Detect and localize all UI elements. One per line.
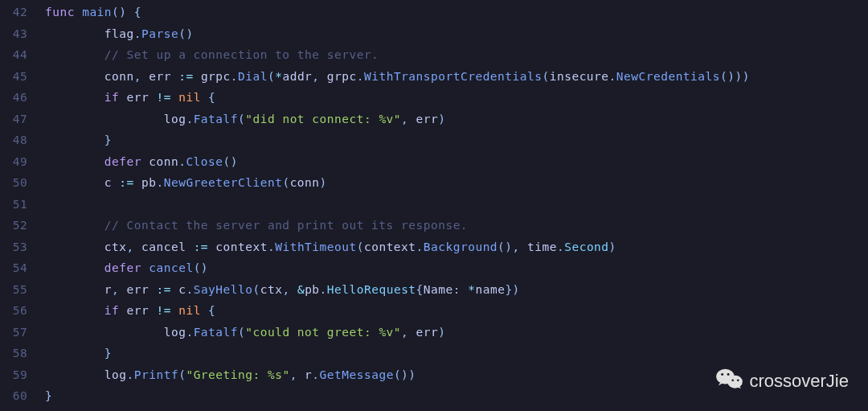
token-kw: defer bbox=[104, 261, 141, 274]
line-number: 55 bbox=[0, 279, 40, 301]
token-pkg: grpc bbox=[327, 70, 357, 83]
code-line[interactable]: ctx, cancel := context.WithTimeout(conte… bbox=[45, 236, 868, 258]
token-punct bbox=[208, 240, 215, 253]
code-line[interactable] bbox=[45, 194, 868, 216]
token-comment: // Contact the server and print out its … bbox=[104, 219, 468, 232]
token-type: HelloRequest bbox=[327, 283, 416, 296]
token-punct: . bbox=[557, 240, 564, 253]
token-punct: , bbox=[401, 326, 416, 339]
token-ident: r bbox=[104, 283, 112, 296]
token-pkg: insecure bbox=[550, 70, 609, 83]
watermark-label: crossoverJie bbox=[750, 371, 849, 392]
code-line[interactable]: log.Fatalf("could not greet: %v", err) bbox=[45, 322, 868, 343]
line-number: 58 bbox=[0, 343, 40, 364]
svg-point-2 bbox=[721, 373, 723, 376]
token-punct: } bbox=[45, 389, 52, 402]
code-line[interactable]: func main() { bbox=[45, 2, 868, 23]
token-punct: , bbox=[312, 70, 326, 83]
line-number: 54 bbox=[0, 257, 40, 279]
token-punct: : bbox=[453, 283, 468, 296]
token-op: := bbox=[119, 176, 133, 189]
line-number: 44 bbox=[0, 44, 40, 66]
token-punct: ( bbox=[238, 113, 245, 125]
code-line[interactable]: flag.Parse() bbox=[45, 23, 868, 45]
code-line[interactable]: defer cancel() bbox=[45, 257, 868, 279]
token-ident: r bbox=[305, 368, 312, 381]
token-punct: } bbox=[104, 347, 112, 360]
token-punct: ())) bbox=[720, 70, 750, 83]
token-punct bbox=[171, 283, 178, 296]
token-ident: conn bbox=[149, 155, 178, 168]
token-punct bbox=[171, 304, 178, 317]
token-pkg: context bbox=[215, 240, 268, 253]
token-str: "Greeting: %s" bbox=[186, 368, 289, 381]
code-line[interactable]: // Set up a connection to the server. bbox=[45, 44, 868, 66]
code-line[interactable]: defer conn.Close() bbox=[45, 151, 868, 173]
token-punct: . bbox=[312, 368, 319, 381]
token-method: Parse bbox=[141, 27, 178, 40]
token-punct: . bbox=[320, 283, 327, 296]
code-line[interactable]: if err != nil { bbox=[45, 87, 868, 109]
line-number: 46 bbox=[0, 87, 40, 109]
token-punct: ( bbox=[282, 176, 289, 189]
token-punct: . bbox=[186, 283, 193, 296]
token-kw: if bbox=[104, 304, 119, 317]
code-line[interactable]: if err != nil { bbox=[45, 300, 868, 322]
token-punct: . bbox=[268, 240, 275, 253]
token-punct bbox=[75, 6, 82, 18]
token-punct bbox=[141, 261, 149, 274]
token-ident: cancel bbox=[141, 240, 186, 253]
token-method: GetMessage bbox=[320, 368, 394, 381]
token-op: != bbox=[156, 304, 170, 317]
code-area[interactable]: func main() { flag.Parse() // Set up a c… bbox=[40, 2, 868, 407]
token-method: NewGreeterClient bbox=[164, 176, 283, 189]
token-punct: () bbox=[178, 27, 193, 40]
token-punct: ( bbox=[357, 240, 364, 253]
token-kw: defer bbox=[104, 155, 141, 168]
token-punct: , bbox=[134, 70, 149, 83]
token-punct: , bbox=[290, 368, 305, 381]
token-punct: { bbox=[416, 283, 424, 296]
token-ident: err bbox=[127, 91, 149, 104]
token-punct: . bbox=[357, 70, 364, 83]
token-punct: , bbox=[401, 113, 416, 125]
token-pkg: time bbox=[527, 240, 557, 253]
token-punct: . bbox=[609, 70, 616, 83]
token-ident: err bbox=[127, 304, 149, 317]
line-number: 47 bbox=[0, 109, 40, 130]
token-str: "could not greet: %v" bbox=[245, 326, 401, 339]
token-method: NewCredentials bbox=[616, 70, 720, 83]
token-ident: ctx bbox=[104, 240, 127, 253]
token-punct: }) bbox=[505, 283, 519, 296]
code-line[interactable]: } bbox=[45, 343, 868, 364]
line-number: 43 bbox=[0, 23, 40, 45]
token-pkg: log bbox=[164, 113, 186, 125]
token-op: := bbox=[194, 240, 208, 253]
token-type: Second bbox=[564, 240, 608, 253]
watermark: crossoverJie bbox=[716, 368, 849, 395]
token-method: Fatalf bbox=[194, 113, 238, 125]
token-method: Dial bbox=[238, 70, 268, 83]
token-method: SayHello bbox=[194, 283, 253, 296]
code-line[interactable]: } bbox=[45, 129, 868, 151]
code-line[interactable]: // Contact the server and print out its … bbox=[45, 215, 868, 236]
token-pkg: log bbox=[104, 368, 127, 381]
token-ident: ctx bbox=[260, 283, 283, 296]
token-method: WithTransportCredentials bbox=[364, 70, 542, 83]
token-punct: ( bbox=[238, 326, 245, 339]
token-punct: . bbox=[186, 326, 193, 339]
token-pkg: grpc bbox=[201, 70, 231, 83]
code-line[interactable]: r, err := c.SayHello(ctx, &pb.HelloReque… bbox=[45, 279, 868, 301]
svg-point-3 bbox=[727, 373, 729, 376]
token-ident: err bbox=[416, 326, 439, 339]
token-punct bbox=[141, 155, 149, 168]
token-punct bbox=[186, 240, 193, 253]
code-line[interactable]: log.Fatalf("did not connect: %v", err) bbox=[45, 109, 868, 130]
code-line[interactable]: conn, err := grpc.Dial(*addr, grpc.WithT… bbox=[45, 66, 868, 88]
code-line[interactable]: c := pb.NewGreeterClient(conn) bbox=[45, 172, 868, 194]
token-punct: ( bbox=[253, 283, 260, 296]
token-punct: . bbox=[156, 176, 163, 189]
token-ident: Name bbox=[424, 283, 453, 296]
token-pkg: context bbox=[364, 240, 416, 253]
token-method: Fatalf bbox=[194, 326, 238, 339]
